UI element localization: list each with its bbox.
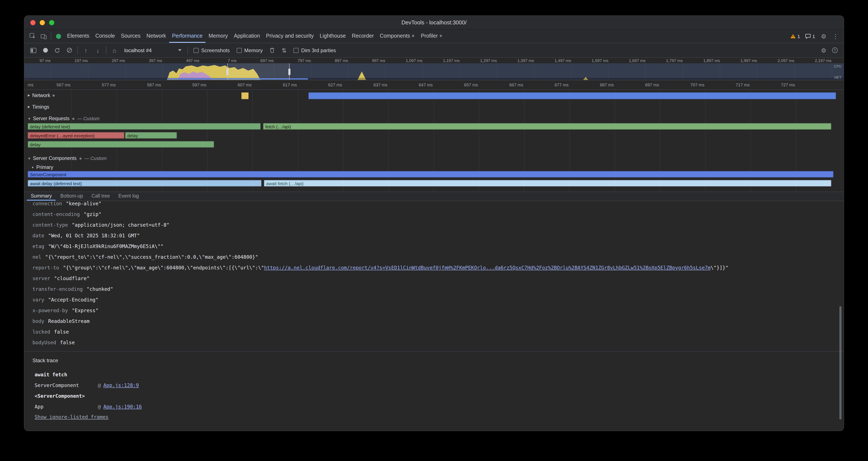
- load-profile-icon[interactable]: ↑: [80, 45, 91, 56]
- tab-label: Sources: [121, 33, 141, 39]
- header-name: x-powered-by: [32, 308, 68, 314]
- details-scrollbar[interactable]: [839, 306, 841, 420]
- panel-tabs: ElementsConsoleSourcesNetworkPerformance…: [64, 29, 446, 43]
- memory-checkbox[interactable]: Memory: [237, 47, 263, 53]
- selection-left-handle[interactable]: [226, 68, 228, 75]
- collect-garbage-icon[interactable]: [267, 45, 278, 56]
- overview-selection-window[interactable]: [227, 63, 289, 80]
- selection-right-handle[interactable]: [288, 68, 290, 75]
- tab-label: Console: [95, 33, 115, 39]
- tab-network[interactable]: Network: [144, 29, 169, 43]
- overview-tick: 1,197 ms: [443, 58, 460, 63]
- tab-console[interactable]: Console: [92, 29, 118, 43]
- stack-source-link[interactable]: App.js:128:9: [103, 380, 139, 391]
- track-server-components[interactable]: ▼ Server Components ∗ — Custom: [28, 156, 106, 161]
- disclosure-triangle-icon[interactable]: ▼: [31, 166, 34, 169]
- dim-3rd-parties-checkbox[interactable]: Dim 3rd parties: [293, 47, 336, 53]
- bottom-tab-bottom-up[interactable]: Bottom-up: [56, 192, 87, 201]
- track-network[interactable]: ▶ Network: [28, 93, 55, 98]
- screen: DevTools - localhost:3000/ ElementsConso…: [0, 0, 868, 461]
- extension-hexagon-icon[interactable]: [53, 29, 64, 43]
- track-group-primary[interactable]: ▼ Primary: [31, 165, 53, 170]
- minimize-button[interactable]: [40, 20, 45, 25]
- header-name: etag: [32, 243, 44, 249]
- settings-gear-icon[interactable]: ⚙: [818, 33, 829, 39]
- inspect-icon[interactable]: [27, 29, 38, 43]
- tab-recorder[interactable]: Recorder: [349, 29, 377, 43]
- device-toolbar-icon[interactable]: [38, 29, 49, 43]
- response-header-row: x-powered-by"Express": [32, 305, 844, 316]
- capture-settings-gear-icon[interactable]: ⚙: [818, 45, 829, 56]
- response-header-row: report-to"{\"group\":\"cf-nel\",\"max_ag…: [32, 263, 844, 273]
- tab-profiler[interactable]: Profiler∗: [418, 29, 446, 43]
- clear-icon[interactable]: [64, 45, 75, 56]
- live-metrics-home-icon[interactable]: ⌂: [109, 45, 120, 56]
- flame-bar-server-component[interactable]: ServerComponent: [28, 171, 833, 177]
- tab-privacy-and-security[interactable]: Privacy and security: [263, 29, 317, 43]
- window-title: DevTools - localhost:3000/: [402, 19, 467, 26]
- checkbox-box: [193, 48, 198, 53]
- overview-tick: 497 ms: [186, 58, 199, 63]
- warnings-indicator[interactable]: 1: [788, 34, 802, 39]
- tab-components[interactable]: Components∗: [377, 29, 418, 43]
- more-menu-icon[interactable]: ⋮: [830, 33, 841, 39]
- tab-application[interactable]: Application: [231, 29, 263, 43]
- tab-lighthouse[interactable]: Lighthouse: [317, 29, 349, 43]
- tab-label: Application: [234, 33, 260, 39]
- tab-elements[interactable]: Elements: [64, 29, 92, 43]
- record-icon[interactable]: [40, 45, 51, 56]
- timeline-overview[interactable]: 97 ms197 ms297 ms397 ms497 ms7 ms697 ms7…: [24, 58, 844, 80]
- tab-memory[interactable]: Memory: [206, 29, 231, 43]
- flame-bar-await-fetch[interactable]: await fetch (…/api): [264, 180, 831, 186]
- flame-bar-network-request-long[interactable]: [308, 92, 836, 99]
- track-timings[interactable]: ▶ Timings: [28, 104, 49, 110]
- net-label: NET: [834, 75, 841, 80]
- divider: [106, 47, 106, 54]
- devtools-window: DevTools - localhost:3000/ ElementsConso…: [24, 16, 844, 431]
- bottom-tab-call-tree[interactable]: Call tree: [88, 192, 114, 201]
- flame-bar-await-delay[interactable]: await delay (deferred text): [28, 180, 261, 186]
- show-ignore-listed-link[interactable]: Show ignore-listed frames: [35, 414, 108, 420]
- flame-bar-delay-2[interactable]: delay: [125, 132, 177, 139]
- tab-gear-badge-icon: ∗: [411, 33, 415, 38]
- disclosure-triangle-icon[interactable]: ▼: [28, 157, 31, 160]
- flame-bar-delay-deferred-text[interactable]: delay (deferred text): [28, 123, 260, 129]
- titlebar: DevTools - localhost:3000/: [24, 16, 844, 29]
- bottom-tab-event-log[interactable]: Event log: [115, 192, 143, 201]
- reload-record-icon[interactable]: [52, 45, 63, 56]
- flame-bar-network-request-short[interactable]: [241, 92, 249, 99]
- close-button[interactable]: [30, 20, 35, 25]
- tab-sources[interactable]: Sources: [118, 29, 144, 43]
- header-value-link[interactable]: https://a.nel.cloudflare.com/report/v4?s…: [264, 265, 711, 271]
- stack-source-link[interactable]: App.js:190:16: [103, 402, 142, 412]
- header-value: "Wed, 01 Oct 2025 18:32:01 GMT": [48, 233, 140, 239]
- tracks-canvas[interactable]: ▶ Network ▶ Timings ▼ Server Requests ∗ …: [24, 90, 844, 192]
- panel-tabbar: ElementsConsoleSourcesNetworkPerformance…: [24, 29, 844, 43]
- header-name: content-encoding: [32, 211, 80, 217]
- throttling-icon[interactable]: ⇅: [279, 45, 290, 56]
- overview-chart[interactable]: [24, 63, 844, 80]
- custom-track-icon: ∗: [71, 116, 75, 121]
- flame-bar-fetch-api[interactable]: fetch (…/api): [263, 123, 831, 129]
- toggle-sidebar-icon[interactable]: [28, 45, 39, 56]
- tab-label: Profiler: [421, 33, 438, 39]
- bottom-tab-summary[interactable]: Summary: [27, 192, 56, 201]
- disclosure-triangle-icon[interactable]: ▶: [28, 105, 30, 109]
- overview-tick: 397 ms: [149, 58, 162, 63]
- save-profile-icon[interactable]: ↓: [92, 45, 103, 56]
- tab-performance[interactable]: Performance: [169, 29, 206, 43]
- flame-bar-delay-3[interactable]: delay: [28, 141, 214, 147]
- zoom-button[interactable]: [49, 20, 54, 25]
- disclosure-triangle-icon[interactable]: ▼: [28, 117, 31, 120]
- header-name: content-type: [32, 222, 68, 228]
- issues-indicator[interactable]: 1: [803, 34, 817, 39]
- track-server-requests[interactable]: ▼ Server Requests ∗ — Custom: [28, 116, 99, 121]
- response-header-row: content-type"application/json; charset=u…: [32, 220, 844, 231]
- flame-bar-delayed-error[interactable]: delayedError (…ayed exception): [28, 132, 124, 139]
- tab-label: Elements: [67, 33, 89, 39]
- help-icon[interactable]: ?: [829, 45, 840, 56]
- overview-tick: 297 ms: [112, 58, 125, 63]
- profile-select[interactable]: localhost #4: [121, 46, 185, 55]
- disclosure-triangle-icon[interactable]: ▶: [28, 94, 30, 97]
- screenshots-checkbox[interactable]: Screenshots: [193, 47, 229, 53]
